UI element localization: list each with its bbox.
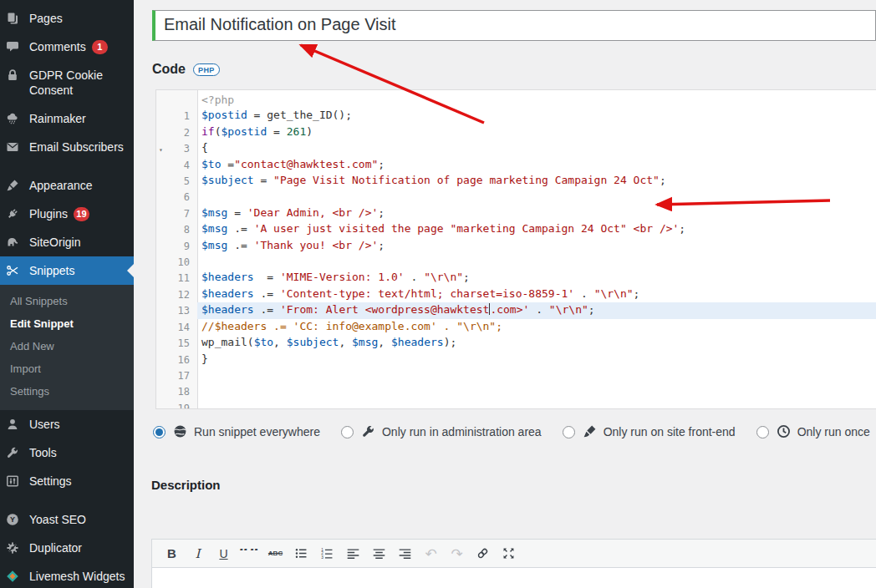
sidebar-item-livemesh-widgets[interactable]: Livemesh Widgets [0,562,134,588]
sidebar-item-label: GDPR Cookie Consent [29,68,128,98]
sidebar-item-label: Livemesh Widgets [29,569,125,584]
toolbar-link-button[interactable] [470,543,496,565]
code-token: $postid [201,109,247,121]
description-editor-area[interactable] [151,568,876,588]
line-content [197,383,876,399]
code-token: , [378,336,391,348]
code-token: 'A user just visited the page "marketing… [254,222,680,235]
sidebar-item-snippets[interactable]: Snippets [0,256,134,285]
code-token: "Page Visit Notification of page marketi… [273,174,660,186]
sidebar-item-pages[interactable]: Pages [0,4,134,33]
code-token: ; [588,303,595,316]
scope-option-only-run-once[interactable]: Only run once [756,424,870,439]
code-section-label: Code [152,62,186,77]
code-token: 'MIME-Version: 1.0' [280,271,405,283]
code-token: $headers [201,303,254,316]
code-token: = [254,174,273,186]
code-token: 'From: Alert <wordpress@hawktest [280,303,489,316]
code-token: //$headers .= 'CC: info@example.com' . "… [201,320,502,332]
sidebar-item-rainmaker[interactable]: Rainmaker [0,104,134,133]
underline-icon: U [219,547,227,560]
toolbar-bulleted-list-button[interactable] [288,543,314,565]
line-number: 18 [156,383,197,399]
toolbar-redo-button[interactable]: ↷ [444,543,470,565]
snippet-scope-options: Run snippet everywhereOnly run in admini… [153,424,876,439]
code-line-9: 9$msg .= 'Thank you! <br />'; [156,238,876,254]
sidebar-item-appearance[interactable]: Appearance [0,171,134,200]
line-number: 2 [156,124,197,140]
sidebar-item-comments[interactable]: Comments1 [0,33,134,61]
scope-option-run-snippet-everywhere[interactable]: Run snippet everywhere [153,424,320,439]
code-token: $msg [201,206,227,219]
italic-icon: I [196,546,201,561]
line-content: $headers .= 'Content-type: text/html; ch… [197,286,876,302]
code-token: . [529,303,548,316]
undo-icon: ↶ [425,545,436,562]
sidebar-item-label: Email Subscribers [29,139,124,155]
plug-icon [6,206,21,221]
sidebar-item-gdpr-cookie-consent[interactable]: GDPR Cookie Consent [0,61,134,104]
scissors-icon [6,263,21,278]
toolbar-blockquote-button[interactable]: ““ [237,543,262,565]
code-token: $headers [391,336,444,348]
code-token: ); [444,336,457,348]
comments-icon [6,39,21,54]
code-line-5: 5$subject = "Page Visit Notification of … [156,173,876,189]
radio-run-snippet-everywhere[interactable] [153,426,166,438]
toolbar-strikethrough-button[interactable]: ABC [262,543,288,565]
sidebar-item-settings[interactable]: Settings [0,467,134,495]
scope-option-only-run-in-administration-area[interactable]: Only run in administration area [341,424,542,439]
scope-option-only-run-on-site-front-end[interactable]: Only run on site front-end [563,424,736,439]
sidebar-item-email-subscribers[interactable]: Email Subscribers [0,133,134,161]
sidebar-item-siteorigin[interactable]: SiteOrigin [0,228,134,256]
snippet-title-input[interactable] [152,10,876,41]
snippets-submenu: All SnippetsEdit SnippetAdd NewImportSet… [0,285,134,410]
radio-only-run-on-site-front-end[interactable] [563,426,575,438]
line-number: 11 [156,270,197,286]
code-line-3: ▾3{ [156,140,876,156]
toolbar-undo-button[interactable]: ↶ [418,543,444,565]
code-token: $msg [352,336,378,348]
sidebar-subitem-add-new[interactable]: Add New [0,335,134,357]
sidebar-item-label: SiteOrigin [29,235,80,250]
sidebar-item-label: Comments [29,39,86,54]
line-content: $to ="contact@hawktest.com"; [197,157,876,173]
toolbar-align-left-button[interactable] [340,543,366,565]
globe-icon [173,424,188,439]
line-number: 13 [156,302,197,318]
toolbar-underline-button[interactable]: U [211,543,237,565]
toolbar-align-center-button[interactable] [366,543,392,565]
code-token: ; [679,222,685,235]
code-editor[interactable]: <?php1$postid = get_the_ID();2if($postid… [155,89,876,409]
sidebar-item-users[interactable]: Users [0,410,134,438]
toolbar-italic-button[interactable]: I [185,543,211,565]
toolbar-fullscreen-button[interactable] [496,543,522,565]
radio-only-run-once[interactable] [756,426,769,438]
code-token: = [221,158,234,170]
sidebar-item-yoast-seo[interactable]: YYoast SEO [0,505,134,534]
line-number: 4 [156,157,197,173]
radio-only-run-in-administration-area[interactable] [341,426,354,438]
code-token: ; [378,239,385,251]
code-token: , [339,336,352,348]
toolbar-numbered-list-button[interactable]: 123 [314,543,340,565]
line-number: 14 [156,319,197,335]
line-number: 5 [156,173,197,189]
line-number: 10 [156,254,197,270]
sidebar-item-label: Snippets [29,263,74,278]
sidebar-item-plugins[interactable]: Plugins19 [0,200,134,228]
line-content: $subject = "Page Visit Notification of p… [197,173,876,189]
sidebar-subitem-edit-snippet[interactable]: Edit Snippet [0,312,134,335]
wrench-icon [361,424,376,439]
code-token: "\r\n" [424,271,463,283]
sidebar-item-duplicator[interactable]: Duplicator [0,534,134,562]
code-token: ; [378,206,385,219]
scope-option-label: Run snippet everywhere [194,425,320,438]
sidebar-subitem-settings[interactable]: Settings [0,380,134,403]
sidebar-subitem-import[interactable]: Import [0,357,134,380]
sidebar-item-tools[interactable]: Tools [0,438,134,467]
code-token: = get_the_ID(); [247,109,352,121]
toolbar-align-right-button[interactable] [392,543,418,565]
toolbar-bold-button[interactable]: B [159,543,185,565]
sidebar-subitem-all-snippets[interactable]: All Snippets [0,290,134,312]
